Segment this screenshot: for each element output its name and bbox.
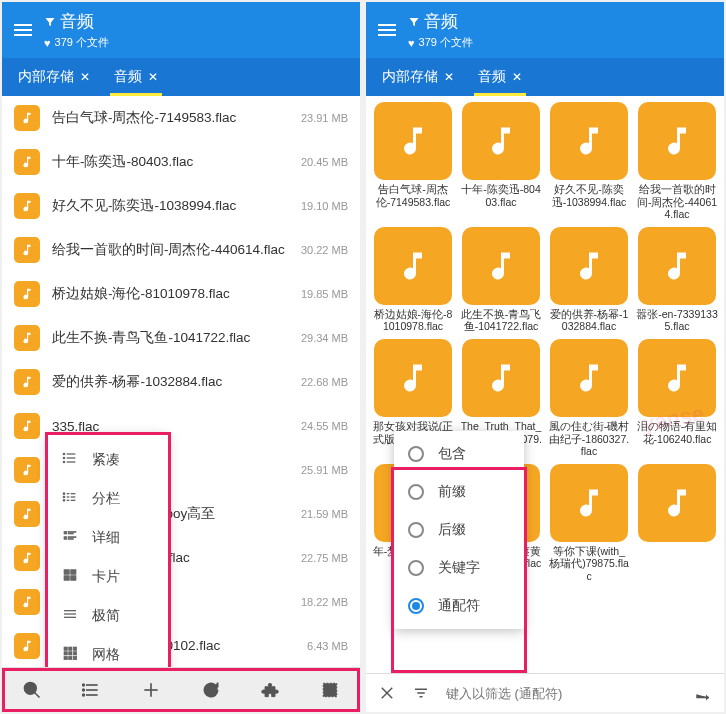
file-size: 30.22 MB [301, 244, 348, 256]
svg-rect-21 [64, 570, 69, 575]
add-icon[interactable] [141, 680, 161, 700]
enter-icon[interactable] [694, 684, 712, 702]
svg-rect-17 [68, 533, 73, 534]
grid-item[interactable]: 泪の物语-有里知花-106240.flac [636, 339, 718, 458]
grid-item[interactable]: 爱的供养-杨幂-1032884.flac [548, 227, 630, 333]
file-name: 爱的供养-杨幂-1032884.flac [548, 308, 630, 333]
view-option[interactable]: 网格 [48, 635, 168, 667]
list-item[interactable]: 给我一首歌的时间-周杰伦-440614.flac 30.22 MB [2, 228, 360, 272]
list-item[interactable]: 桥边姑娘-海伦-81010978.flac 19.85 MB [2, 272, 360, 316]
grid-item[interactable]: 此生不换-青鸟飞鱼-1041722.flac [460, 227, 542, 333]
svg-point-48 [83, 694, 85, 696]
view-option[interactable]: 详细 [48, 518, 168, 557]
music-icon [462, 339, 540, 417]
music-icon [638, 464, 716, 542]
grid-item[interactable]: 桥边姑娘-海伦-81010978.flac [372, 227, 454, 333]
tab-internal[interactable]: 内部存储✕ [378, 58, 458, 96]
header-text: 音频 ♥ 379 个文件 [44, 10, 109, 50]
file-size: 6.43 MB [307, 640, 348, 652]
close-icon[interactable]: ✕ [512, 70, 522, 84]
refresh-icon[interactable] [201, 680, 221, 700]
close-icon[interactable]: ✕ [444, 70, 454, 84]
content-area: 告白气球-周杰伦-7149583.flac 十年-陈奕迅-80403.flac … [366, 96, 724, 673]
list-item[interactable]: 告白气球-周杰伦-7149583.flac 23.91 MB [2, 96, 360, 140]
view-label: 网格 [92, 646, 120, 664]
filter-type-icon[interactable] [412, 684, 430, 702]
svg-rect-23 [64, 576, 69, 581]
music-icon [14, 457, 40, 483]
music-icon [638, 102, 716, 180]
file-name: 好久不见-陈奕迅-1038994.flac [52, 197, 289, 215]
grid-item[interactable] [636, 464, 718, 583]
view-option[interactable]: 卡片 [48, 557, 168, 596]
radio-icon [408, 598, 424, 614]
svg-line-42 [34, 693, 39, 698]
filter-label: 前缀 [438, 483, 466, 501]
filter-label: 后缀 [438, 521, 466, 539]
grid-item[interactable]: 给我一首歌的时间-周杰伦-440614.flac [636, 102, 718, 221]
header-title: 音频 [408, 10, 473, 33]
grid-item[interactable]: 好久不见-陈奕迅-1038994.flac [548, 102, 630, 221]
file-name: 等你下课(with_杨瑞代)79875.flac [548, 545, 630, 583]
header-text: 音频 ♥ 379 个文件 [408, 10, 473, 50]
list-item[interactable]: 好久不见-陈奕迅-1038994.flac 19.10 MB [2, 184, 360, 228]
hamburger-icon[interactable] [378, 24, 396, 36]
list-item[interactable]: 十年-陈奕迅-80403.flac 20.45 MB [2, 140, 360, 184]
close-icon[interactable] [378, 684, 396, 702]
close-icon[interactable]: ✕ [148, 70, 158, 84]
list-item[interactable]: 爱的供养-杨幂-1032884.flac 22.68 MB [2, 360, 360, 404]
plugin-icon[interactable] [260, 680, 280, 700]
svg-rect-32 [69, 652, 72, 655]
file-size: 25.91 MB [301, 464, 348, 476]
file-size: 18.22 MB [301, 596, 348, 608]
music-icon [14, 545, 40, 571]
file-name: 给我一首歌的时间-周杰伦-440614.flac [636, 183, 718, 221]
file-name: 335.flac [52, 419, 289, 434]
music-icon [374, 227, 452, 305]
radio-icon [408, 484, 424, 500]
file-name: 此生不换-青鸟飞鱼-1041722.flac [52, 329, 289, 347]
search-icon[interactable] [22, 680, 42, 700]
view-label: 极简 [92, 607, 120, 625]
tab-audio[interactable]: 音频✕ [110, 58, 162, 96]
view-label: 详细 [92, 529, 120, 547]
grid-item[interactable]: 嚣张-en-73391335.flac [636, 227, 718, 333]
tab-audio[interactable]: 音频✕ [474, 58, 526, 96]
file-size: 19.85 MB [301, 288, 348, 300]
list-item[interactable]: 此生不换-青鸟飞鱼-1041722.flac 29.34 MB [2, 316, 360, 360]
svg-rect-31 [64, 652, 67, 655]
radio-icon [408, 560, 424, 576]
tab-label: 内部存储 [382, 68, 438, 86]
svg-rect-36 [73, 656, 76, 659]
grid-item[interactable]: 十年-陈奕迅-80403.flac [460, 102, 542, 221]
view-option[interactable]: 极简 [48, 596, 168, 635]
file-count: 379 个文件 [55, 35, 109, 50]
view-icon [62, 606, 78, 625]
heart-icon: ♥ [44, 37, 51, 49]
filter-label: 包含 [438, 445, 466, 463]
grid-item[interactable]: 風の住む街-磯村由纪子-1860327.flac [548, 339, 630, 458]
filter-option[interactable]: 后缀 [394, 511, 524, 549]
filter-option[interactable]: 包含 [394, 435, 524, 473]
view-option[interactable]: 分栏 [48, 479, 168, 518]
filter-option[interactable]: 关键字 [394, 549, 524, 587]
filter-option[interactable]: 前缀 [394, 473, 524, 511]
content-area: 告白气球-周杰伦-7149583.flac 23.91 MB 十年-陈奕迅-80… [2, 96, 360, 667]
view-option[interactable]: 紧凑 [48, 440, 168, 479]
filter-icon [408, 16, 420, 28]
file-name: 桥边姑娘-海伦-81010978.flac [372, 308, 454, 333]
filter-option[interactable]: 通配符 [394, 587, 524, 625]
filter-input[interactable] [446, 686, 678, 701]
tab-internal[interactable]: 内部存储✕ [14, 58, 94, 96]
close-icon[interactable]: ✕ [80, 70, 90, 84]
list-icon[interactable] [81, 680, 101, 700]
music-icon [462, 227, 540, 305]
view-icon [62, 645, 78, 664]
file-size: 19.10 MB [301, 200, 348, 212]
file-name: 告白气球-周杰伦-7149583.flac [372, 183, 454, 208]
music-icon [14, 413, 40, 439]
grid-item[interactable]: 告白气球-周杰伦-7149583.flac [372, 102, 454, 221]
hamburger-icon[interactable] [14, 24, 32, 36]
grid-item[interactable]: 等你下课(with_杨瑞代)79875.flac [548, 464, 630, 583]
select-icon[interactable] [320, 680, 340, 700]
